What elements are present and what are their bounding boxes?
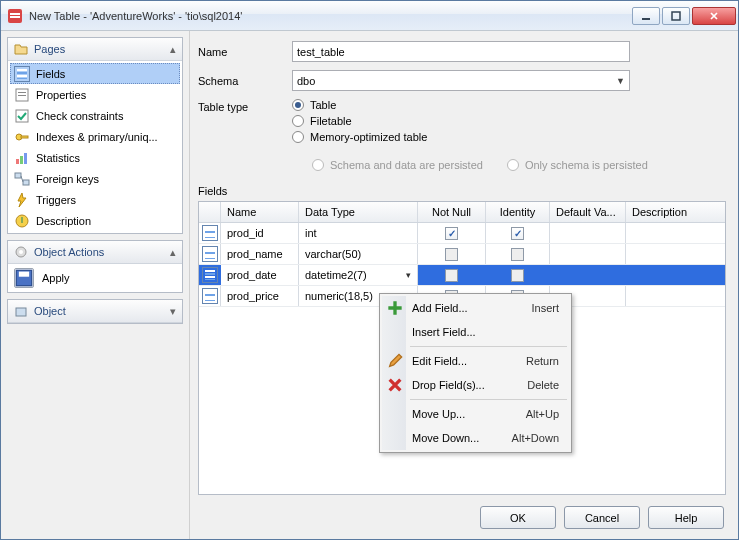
col-notnull[interactable]: Not Null — [418, 202, 486, 222]
row-icon — [202, 225, 218, 241]
maximize-button[interactable] — [662, 7, 690, 25]
close-button[interactable] — [692, 7, 736, 25]
minimize-button[interactable] — [632, 7, 660, 25]
radio-table[interactable]: Table — [292, 99, 427, 111]
svg-rect-1 — [10, 13, 20, 15]
col-desc[interactable]: Description — [626, 202, 725, 222]
checkbox-icon[interactable] — [445, 269, 458, 282]
radio-filetable[interactable]: Filetable — [292, 115, 427, 127]
check-icon — [14, 108, 30, 124]
context-menu: Add Field...Insert Insert Field... Edit … — [379, 293, 572, 453]
chevron-up-icon: ▴ — [170, 43, 176, 56]
page-triggers[interactable]: Triggers — [10, 189, 180, 210]
window-title: New Table - 'AdventureWorks' - 'tio\sql2… — [29, 10, 630, 22]
col-name[interactable]: Name — [221, 202, 299, 222]
object-icon — [14, 304, 28, 318]
app-icon — [7, 8, 23, 24]
object-actions-header[interactable]: Object Actions ▴ — [8, 241, 182, 264]
pencil-icon — [387, 353, 403, 369]
save-icon — [14, 268, 34, 288]
svg-rect-17 — [21, 217, 23, 223]
page-foreign-keys[interactable]: Foreign keys — [10, 168, 180, 189]
checkbox-icon[interactable] — [445, 248, 458, 261]
svg-rect-3 — [642, 18, 650, 20]
svg-rect-14 — [15, 173, 21, 178]
apply-row[interactable]: Apply — [8, 264, 182, 292]
col-type[interactable]: Data Type — [299, 202, 418, 222]
chevron-up-icon: ▴ — [170, 246, 176, 259]
cross-icon — [387, 377, 403, 393]
help-button[interactable]: Help — [648, 506, 724, 529]
svg-rect-10 — [21, 136, 28, 138]
checkbox-icon[interactable] — [511, 227, 524, 240]
pages-tree: Fields Properties Check constraints Inde… — [8, 61, 182, 233]
page-description[interactable]: Description — [10, 210, 180, 231]
schema-value: dbo — [297, 75, 315, 87]
stats-icon — [14, 150, 30, 166]
svg-point-19 — [19, 250, 23, 254]
checkbox-icon[interactable] — [511, 248, 524, 261]
grid-header: Name Data Type Not Null Identity Default… — [199, 202, 725, 223]
row-icon — [202, 288, 218, 304]
svg-rect-11 — [16, 159, 19, 164]
radio-icon — [292, 131, 304, 143]
menu-edit-field[interactable]: Edit Field...Return — [382, 349, 569, 373]
checkbox-icon[interactable] — [445, 227, 458, 240]
pages-title: Pages — [34, 43, 65, 55]
radio-icon — [507, 159, 519, 171]
desc-icon — [14, 213, 30, 229]
folder-icon — [14, 42, 28, 56]
apply-label: Apply — [42, 272, 70, 284]
dropdown-icon[interactable]: ▾ — [406, 270, 411, 280]
cancel-button[interactable]: Cancel — [564, 506, 640, 529]
dropdown-icon: ▼ — [616, 76, 625, 86]
svg-rect-8 — [16, 110, 28, 122]
page-check-constraints[interactable]: Check constraints — [10, 105, 180, 126]
main-pane: Name Schema dbo ▼ Table type Table Filet… — [189, 31, 738, 539]
pages-header[interactable]: Pages ▴ — [8, 38, 182, 61]
page-indexes[interactable]: Indexes & primary/uniq... — [10, 126, 180, 147]
menu-move-up[interactable]: Move Up...Alt+Up — [382, 402, 569, 426]
menu-separator — [410, 399, 567, 400]
dialog-window: New Table - 'AdventureWorks' - 'tio\sql2… — [0, 0, 739, 540]
checkbox-icon[interactable] — [511, 269, 524, 282]
svg-rect-21 — [19, 272, 29, 277]
fields-icon — [14, 66, 30, 82]
object-header[interactable]: Object ▾ — [8, 300, 182, 323]
fk-icon — [14, 171, 30, 187]
col-default[interactable]: Default Va... — [550, 202, 626, 222]
ok-button[interactable]: OK — [480, 506, 556, 529]
dialog-buttons: OK Cancel Help — [480, 506, 724, 529]
table-row[interactable]: prod_date datetime2(7)▾ — [199, 265, 725, 286]
plus-icon — [387, 300, 403, 316]
radio-memopt[interactable]: Memory-optimized table — [292, 131, 427, 143]
schema-select[interactable]: dbo ▼ — [292, 70, 630, 91]
object-actions-title: Object Actions — [34, 246, 104, 258]
menu-drop-field[interactable]: Drop Field(s)...Delete — [382, 373, 569, 397]
radio-icon — [292, 115, 304, 127]
radio-icon — [312, 159, 324, 171]
fields-label: Fields — [198, 185, 726, 197]
left-sidebar: Pages ▴ Fields Properties Check constrai… — [1, 31, 189, 539]
row-icon — [202, 246, 218, 262]
svg-rect-4 — [672, 12, 680, 20]
table-row[interactable]: prod_name varchar(50) — [199, 244, 725, 265]
svg-rect-15 — [23, 180, 29, 185]
titlebar[interactable]: New Table - 'AdventureWorks' - 'tio\sql2… — [1, 1, 738, 31]
table-type-label: Table type — [198, 99, 292, 113]
menu-move-down[interactable]: Move Down...Alt+Down — [382, 426, 569, 450]
page-statistics[interactable]: Statistics — [10, 147, 180, 168]
table-row[interactable]: prod_id int — [199, 223, 725, 244]
table-name-input[interactable] — [292, 41, 630, 62]
row-icon — [202, 267, 218, 283]
gear-icon — [14, 245, 28, 259]
col-identity[interactable]: Identity — [486, 202, 550, 222]
trigger-icon — [14, 192, 30, 208]
menu-add-field[interactable]: Add Field...Insert — [382, 296, 569, 320]
svg-rect-6 — [18, 92, 26, 93]
pages-panel: Pages ▴ Fields Properties Check constrai… — [7, 37, 183, 234]
menu-insert-field[interactable]: Insert Field... — [382, 320, 569, 344]
page-fields[interactable]: Fields — [10, 63, 180, 84]
menu-separator — [410, 346, 567, 347]
page-properties[interactable]: Properties — [10, 84, 180, 105]
